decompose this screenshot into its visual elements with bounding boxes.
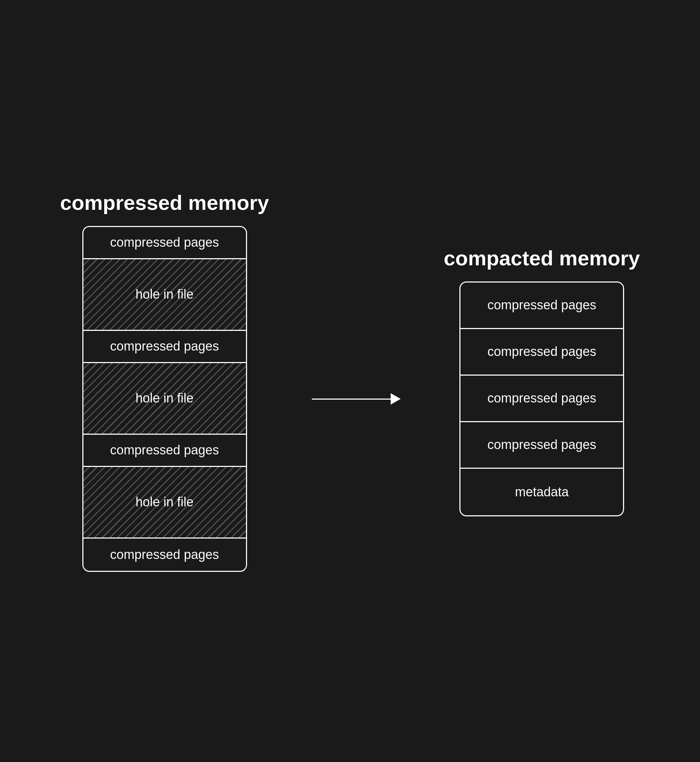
diagram-container: compressed memory compressed pages hole … <box>0 0 700 762</box>
arrow-container <box>312 393 401 404</box>
right-seg-3: compressed pages <box>461 376 623 422</box>
right-seg-5: metadata <box>461 469 623 515</box>
left-seg-6: hole in file <box>83 467 246 539</box>
right-seg-2: compressed pages <box>461 329 623 376</box>
left-seg-5: compressed pages <box>83 435 246 467</box>
right-memory-title: compacted memory <box>444 246 640 271</box>
left-seg-2-label: hole in file <box>128 280 200 308</box>
arrow-head <box>391 393 401 404</box>
transition-arrow <box>312 393 401 404</box>
left-seg-3: compressed pages <box>83 331 246 363</box>
left-memory-box: compressed pages hole in file compressed… <box>82 226 247 572</box>
left-seg-7: compressed pages <box>83 539 246 571</box>
left-seg-3-label: compressed pages <box>103 332 226 360</box>
left-seg-6-label: hole in file <box>128 488 200 516</box>
left-seg-7-label: compressed pages <box>103 541 226 568</box>
left-seg-1-label: compressed pages <box>103 228 226 256</box>
left-seg-5-label: compressed pages <box>103 436 226 464</box>
left-memory-block: compressed memory compressed pages hole … <box>60 190 269 572</box>
arrow-line <box>312 398 391 400</box>
left-seg-1: compressed pages <box>83 227 246 259</box>
right-seg-4: compressed pages <box>461 422 623 469</box>
left-memory-title: compressed memory <box>60 190 269 215</box>
right-memory-block: compacted memory compressed pages compre… <box>444 246 640 516</box>
left-seg-2: hole in file <box>83 259 246 331</box>
right-seg-5-label: metadata <box>508 478 576 506</box>
right-seg-2-label: compressed pages <box>480 338 603 365</box>
right-seg-4-label: compressed pages <box>480 431 603 459</box>
right-seg-3-label: compressed pages <box>480 384 603 412</box>
right-memory-box: compressed pages compressed pages compre… <box>459 281 624 516</box>
right-seg-1-label: compressed pages <box>480 291 603 319</box>
right-seg-1: compressed pages <box>461 283 623 329</box>
left-seg-4-label: hole in file <box>128 384 200 412</box>
left-seg-4: hole in file <box>83 363 246 435</box>
